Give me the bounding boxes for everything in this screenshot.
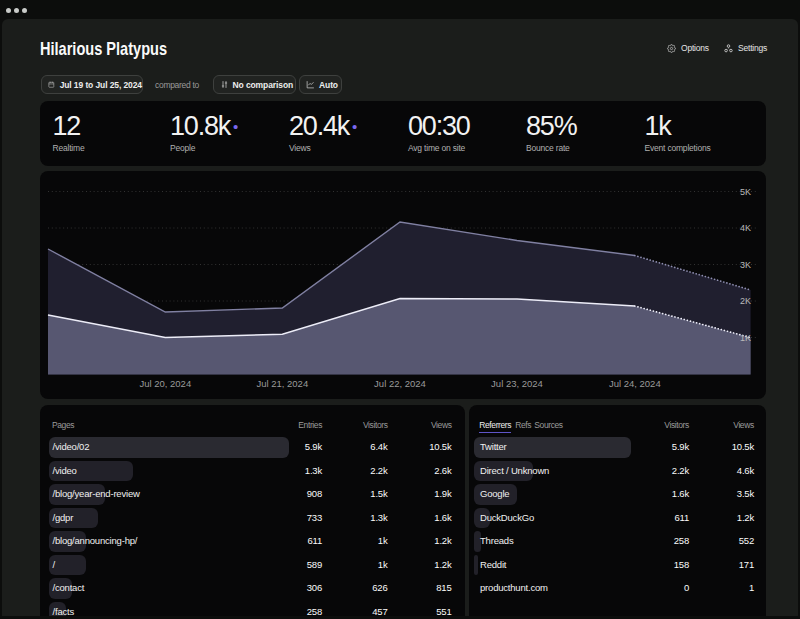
svg-text:2K: 2K bbox=[740, 296, 751, 306]
svg-text:Jul 23, 2024: Jul 23, 2024 bbox=[491, 378, 543, 389]
svg-text:1K: 1K bbox=[740, 332, 751, 342]
svg-text:5K: 5K bbox=[740, 186, 751, 196]
svg-text:Jul 20, 2024: Jul 20, 2024 bbox=[139, 378, 191, 389]
svg-text:Jul 21, 2024: Jul 21, 2024 bbox=[256, 378, 308, 389]
svg-text:Jul 22, 2024: Jul 22, 2024 bbox=[374, 378, 426, 389]
svg-text:3K: 3K bbox=[740, 259, 751, 269]
svg-text:4K: 4K bbox=[740, 223, 751, 233]
svg-text:Jul 24, 2024: Jul 24, 2024 bbox=[609, 378, 661, 389]
